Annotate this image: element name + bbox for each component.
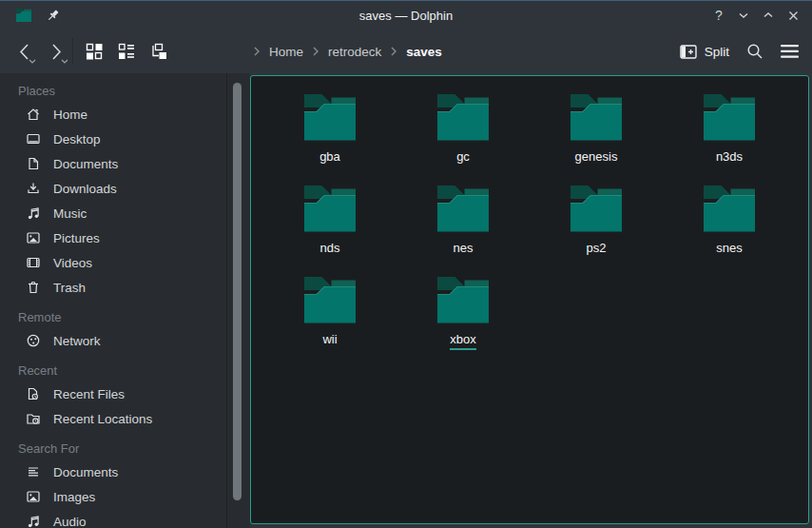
sidebar-item-recent-files[interactable]: Recent Files: [0, 381, 226, 406]
sidebar-item-label: Images: [53, 490, 95, 504]
sidebar-item-recent-locations[interactable]: Recent Locations: [0, 406, 226, 431]
sidebar-item-label: Downloads: [53, 182, 117, 196]
places-panel: PlacesHomeDesktopDocumentsDownloadsMusic…: [0, 73, 250, 528]
sidebar-item-documents[interactable]: Documents: [0, 151, 226, 176]
image-icon: [26, 230, 41, 245]
sidebar-item-documents[interactable]: Documents: [0, 460, 226, 484]
icons-view-icon: [86, 43, 103, 60]
folder-wii[interactable]: wii: [263, 268, 396, 360]
search-button[interactable]: [746, 43, 764, 60]
folder-name: gba: [319, 149, 340, 167]
close-button[interactable]: [783, 6, 802, 25]
download-icon: [26, 181, 41, 196]
sidebar-item-trash[interactable]: Trash: [0, 275, 226, 300]
sidebar-header-remote: Remote: [0, 305, 226, 328]
sidebar-item-pictures[interactable]: Pictures: [0, 225, 226, 250]
pin-icon[interactable]: [46, 9, 60, 23]
sidebar-item-label: Recent Locations: [53, 412, 152, 426]
folder-gba[interactable]: gba: [263, 86, 396, 177]
breadcrumb-chevron-icon: [389, 46, 398, 57]
folder-icon: [435, 274, 492, 325]
folder-icon: [435, 183, 492, 234]
folder-gc[interactable]: gc: [396, 86, 530, 177]
breadcrumb-item-home[interactable]: Home: [263, 45, 309, 59]
sidebar-item-label: Documents: [53, 465, 118, 479]
breadcrumb: Homeretrodecksaves: [252, 29, 448, 73]
sidebar-section-search-for: Search ForDocumentsImagesAudio: [0, 437, 226, 528]
forward-dropdown-icon: [61, 59, 68, 64]
split-label: Split: [705, 45, 729, 59]
folder-name: nes: [454, 241, 474, 259]
sidebar-item-desktop[interactable]: Desktop: [0, 127, 226, 151]
minimize-button[interactable]: [734, 6, 753, 25]
breadcrumb-current: saves: [400, 45, 448, 59]
toolbar: Homeretrodecksaves Split: [0, 29, 812, 73]
folder-xbox[interactable]: xbox: [396, 268, 530, 360]
sidebar-item-downloads[interactable]: Downloads: [0, 176, 226, 201]
sidebar-scrollbar-track[interactable]: [227, 73, 250, 528]
sidebar-scrollbar-thumb[interactable]: [233, 83, 242, 500]
folder-name: n3ds: [716, 149, 743, 167]
sidebar-section-remote: RemoteNetwork: [0, 305, 226, 353]
icons-view-button[interactable]: [79, 36, 109, 67]
sidebar-item-label: Music: [53, 206, 87, 221]
breadcrumb-chevron-icon: [311, 46, 320, 57]
view-mode-group: [79, 36, 174, 67]
split-button[interactable]: Split: [680, 45, 729, 59]
back-button[interactable]: [11, 37, 36, 66]
help-button[interactable]: ?: [709, 6, 728, 25]
sidebar-item-label: Home: [53, 108, 87, 122]
sidebar-item-label: Network: [53, 334, 101, 348]
folder-name: ps2: [587, 241, 607, 259]
folder-icon: [301, 91, 358, 143]
folder-icon: [301, 183, 358, 234]
folder-name: snes: [716, 241, 742, 259]
folder-genesis[interactable]: genesis: [530, 86, 663, 177]
folder-icon: [435, 91, 492, 143]
folder-snes[interactable]: snes: [663, 177, 796, 268]
hamburger-icon: [781, 45, 799, 58]
folder-name: gc: [456, 149, 470, 167]
sidebar-item-label: Desktop: [53, 132, 101, 147]
folder-name: nds: [320, 241, 340, 259]
sidebar-item-home[interactable]: Home: [0, 102, 226, 127]
dolphin-window: saves — Dolphin ?: [0, 0, 812, 528]
sidebar-section-recent: RecentRecent FilesRecent Locations: [0, 359, 226, 431]
tree-view-icon: [150, 43, 167, 60]
toolbar-separator: [72, 38, 73, 65]
sidebar-item-network[interactable]: Network: [0, 328, 226, 353]
sidebar-item-audio[interactable]: Audio: [0, 509, 226, 528]
sidebar-item-music[interactable]: Music: [0, 201, 226, 225]
folder-view[interactable]: gba gc genesis n3ds nds nes ps2 snes: [250, 75, 809, 524]
music-icon: [26, 514, 41, 528]
sidebar-item-images[interactable]: Images: [0, 484, 226, 509]
titlebar[interactable]: saves — Dolphin ?: [0, 1, 812, 29]
tree-view-button[interactable]: [144, 36, 174, 67]
details-view-icon: [118, 43, 135, 60]
sidebar-item-videos[interactable]: Videos: [0, 250, 226, 275]
breadcrumb-item-retrodeck[interactable]: retrodeck: [322, 45, 387, 59]
maximize-button[interactable]: [759, 6, 778, 25]
breadcrumb-chevron-icon: [252, 46, 261, 57]
network-icon: [26, 333, 41, 348]
sidebar-item-label: Trash: [53, 281, 86, 295]
folder-nes[interactable]: nes: [396, 177, 530, 268]
forward-button[interactable]: [44, 37, 68, 66]
trash-icon: [26, 280, 41, 295]
sidebar-header-places: Places: [0, 79, 226, 102]
folder-n3ds[interactable]: n3ds: [663, 86, 796, 177]
back-dropdown-icon: [29, 59, 36, 64]
desktop-icon: [26, 131, 41, 147]
folder-nds[interactable]: nds: [263, 177, 396, 268]
document-icon: [26, 156, 41, 171]
menu-button[interactable]: [781, 45, 799, 58]
image-icon: [26, 489, 41, 504]
folder-icon: [568, 183, 625, 234]
folder-ps2[interactable]: ps2: [530, 177, 663, 268]
details-view-button[interactable]: [111, 36, 142, 67]
sidebar-section-places: PlacesHomeDesktopDocumentsDownloadsMusic…: [0, 79, 226, 300]
sidebar-item-label: Pictures: [53, 231, 100, 245]
split-view-icon: [680, 45, 697, 59]
recent-file-icon: [26, 386, 41, 401]
sidebar-item-label: Videos: [53, 256, 92, 270]
